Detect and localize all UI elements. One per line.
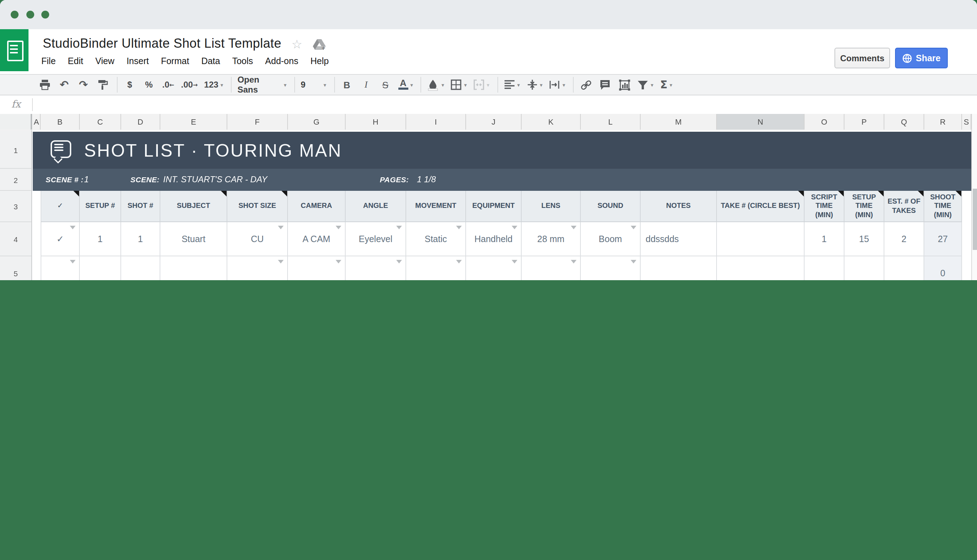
column-header-D[interactable]: D	[121, 114, 161, 130]
cell-M4[interactable]: ddssdds	[641, 222, 717, 256]
header-cell-K3[interactable]: LENS	[522, 191, 581, 222]
menu-tools[interactable]: Tools	[232, 56, 253, 66]
cell-Q4[interactable]: 2	[884, 222, 924, 256]
font-family-select[interactable]: Open Sans▾	[237, 77, 286, 93]
more-formats-button[interactable]: 123▾	[204, 77, 223, 93]
cell-R4[interactable]: 27	[924, 222, 962, 256]
vertical-align-button[interactable]: ▾	[526, 77, 543, 93]
merge-cells-button[interactable]: ▾	[473, 77, 490, 93]
row-header-5[interactable]: 5	[0, 269, 31, 278]
column-header-P[interactable]: P	[845, 114, 884, 130]
cell-E5[interactable]	[161, 256, 228, 280]
column-header-E[interactable]: E	[161, 114, 228, 130]
column-header-C[interactable]: C	[80, 114, 121, 130]
column-header-S[interactable]: S	[962, 114, 971, 130]
format-percent-icon[interactable]: %	[142, 77, 156, 93]
format-currency-icon[interactable]: $	[123, 77, 136, 93]
scene-info-band[interactable]: SCENE # : 1 SCENE: INT. STUART'S CAR - D…	[33, 169, 972, 191]
dropdown-arrow-icon[interactable]	[512, 260, 517, 263]
column-header-I[interactable]: I	[406, 114, 466, 130]
print-icon[interactable]	[38, 77, 51, 93]
scrollbar-thumb[interactable]	[973, 189, 977, 250]
header-cell-G3[interactable]: CAMERA	[288, 191, 346, 222]
dropdown-arrow-icon[interactable]	[70, 260, 75, 263]
dropdown-arrow-icon[interactable]	[70, 226, 75, 229]
cell-P5[interactable]	[845, 256, 884, 280]
undo-icon[interactable]: ↶	[58, 77, 70, 93]
insert-comment-icon[interactable]	[599, 77, 611, 93]
cell-D5[interactable]	[121, 256, 161, 280]
select-all-corner[interactable]	[0, 114, 32, 130]
column-header-H[interactable]: H	[346, 114, 406, 130]
insert-link-icon[interactable]	[579, 77, 592, 93]
cell-M5[interactable]	[641, 256, 717, 280]
column-header-B[interactable]: B	[41, 114, 80, 130]
horizontal-align-button[interactable]: ▾	[504, 77, 520, 93]
dropdown-arrow-icon[interactable]	[571, 260, 577, 263]
cell-C5[interactable]	[80, 256, 121, 280]
cell-E4[interactable]: Stuart	[161, 222, 228, 256]
move-to-drive-icon[interactable]: +	[312, 38, 326, 53]
star-icon[interactable]: ☆	[291, 37, 303, 51]
header-cell-J3[interactable]: EQUIPMENT	[466, 191, 522, 222]
fill-color-button[interactable]: ▾	[427, 77, 444, 93]
dropdown-arrow-icon[interactable]	[278, 260, 284, 263]
comments-button[interactable]: Comments	[835, 48, 890, 68]
dropdown-arrow-icon[interactable]	[336, 260, 341, 263]
row-header-2[interactable]: 2	[0, 175, 31, 184]
column-header-L[interactable]: L	[581, 114, 641, 130]
sheets-home-icon[interactable]	[0, 29, 28, 71]
cell-D4[interactable]: 1	[121, 222, 161, 256]
dropdown-arrow-icon[interactable]	[456, 260, 462, 263]
share-button[interactable]: Share	[895, 48, 948, 68]
dropdown-arrow-icon[interactable]	[631, 226, 636, 229]
dropdown-arrow-icon[interactable]	[278, 226, 284, 229]
filter-icon[interactable]: ▾	[637, 77, 654, 93]
header-cell-C3[interactable]: SETUP #	[80, 191, 121, 222]
text-wrap-button[interactable]: ▾	[549, 77, 565, 93]
header-cell-N3[interactable]: TAKE # (CIRCLE BEST)	[717, 191, 805, 222]
cell-O5[interactable]	[805, 256, 845, 280]
cell-N4[interactable]	[717, 222, 805, 256]
menu-format[interactable]: Format	[161, 56, 189, 66]
insert-chart-icon[interactable]	[618, 77, 631, 93]
menu-edit[interactable]: Edit	[68, 56, 83, 66]
menu-data[interactable]: Data	[201, 56, 220, 66]
window-zoom-icon[interactable]	[41, 11, 49, 18]
row-header-1[interactable]: 1	[0, 146, 31, 155]
menu-view[interactable]: View	[95, 56, 114, 66]
formula-bar[interactable]: fx	[0, 95, 977, 115]
cell-Q5[interactable]	[884, 256, 924, 280]
menu-file[interactable]: File	[41, 56, 55, 66]
header-cell-L3[interactable]: SOUND	[581, 191, 641, 222]
header-cell-F3[interactable]: SHOT SIZE	[228, 191, 288, 222]
menu-addons[interactable]: Add-ons	[265, 56, 298, 66]
text-color-button[interactable]: A▾	[398, 77, 413, 93]
column-header-K[interactable]: K	[522, 114, 581, 130]
menu-insert[interactable]: Insert	[127, 56, 149, 66]
header-cell-E3[interactable]: SUBJECT	[161, 191, 228, 222]
italic-button[interactable]: I	[360, 77, 372, 93]
borders-button[interactable]: ▾	[451, 77, 467, 93]
column-header-Q[interactable]: Q	[884, 114, 924, 130]
header-cell-H3[interactable]: ANGLE	[346, 191, 406, 222]
dropdown-arrow-icon[interactable]	[571, 226, 577, 229]
column-header-N[interactable]: N	[717, 114, 805, 130]
window-close-icon[interactable]	[11, 11, 18, 18]
dropdown-arrow-icon[interactable]	[456, 226, 462, 229]
cell-R5[interactable]: 0	[924, 256, 962, 280]
paint-format-icon[interactable]	[96, 77, 109, 93]
cell-P4[interactable]: 15	[845, 222, 884, 256]
header-cell-M3[interactable]: NOTES	[641, 191, 717, 222]
document-title[interactable]: StudioBinder Ultimate Shot List Template	[43, 36, 281, 51]
decrease-decimals-icon[interactable]: .0←	[162, 77, 175, 93]
dropdown-arrow-icon[interactable]	[396, 260, 402, 263]
bold-button[interactable]: B	[340, 77, 353, 93]
vertical-scrollbar[interactable]: ▲ ▼	[971, 114, 977, 280]
row-header-4[interactable]: 4	[0, 235, 31, 243]
cell-O4[interactable]: 1	[805, 222, 845, 256]
column-header-M[interactable]: M	[641, 114, 717, 130]
increase-decimals-icon[interactable]: .00→	[181, 77, 198, 93]
column-header-A[interactable]: A	[33, 114, 41, 130]
redo-icon[interactable]: ↷	[77, 77, 90, 93]
